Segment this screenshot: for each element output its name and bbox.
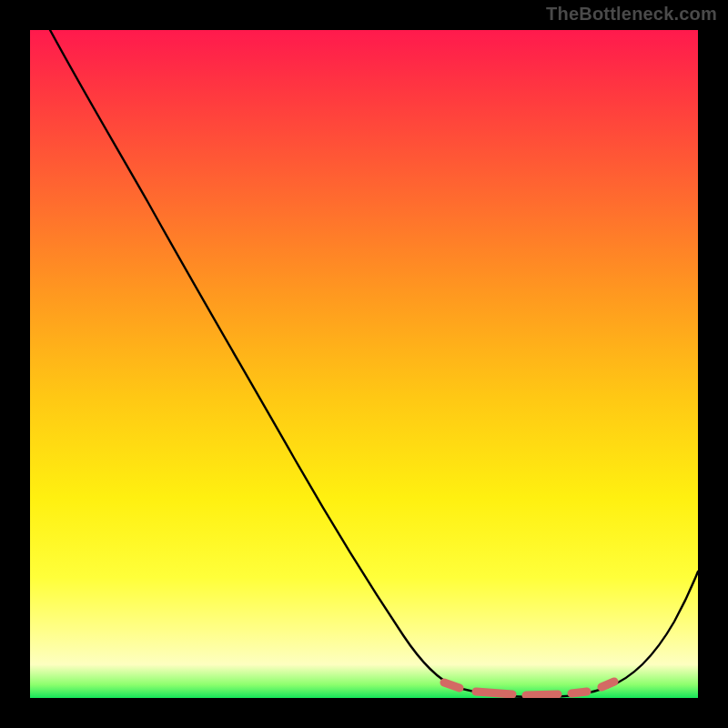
chart-frame: TheBottleneck.com [0,0,728,728]
watermark-text: TheBottleneck.com [546,4,717,25]
optimal-range-marker [444,682,614,695]
plot-area [30,30,698,698]
bottleneck-curve-svg [30,30,698,698]
bottleneck-curve [50,30,698,697]
